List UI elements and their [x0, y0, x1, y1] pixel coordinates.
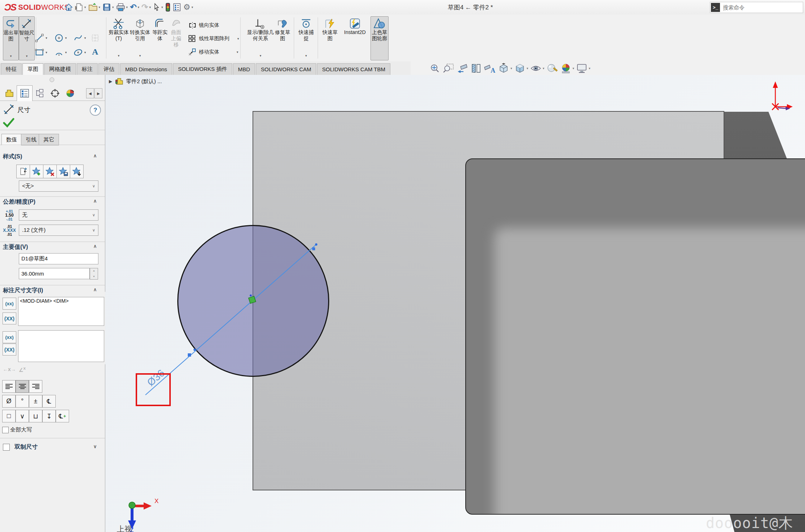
primary-value-collapse-chevron-icon[interactable]: ∧	[93, 243, 97, 249]
mirror-entities-button[interactable]: 镜向实体	[188, 21, 219, 30]
exit-sketch-button[interactable]: 退出草图 ▾	[3, 16, 19, 60]
redo-button[interactable]: ↷ ▾	[141, 3, 151, 11]
command-search-box[interactable]: >_	[710, 2, 803, 13]
degree-symbol-button[interactable]: °	[16, 395, 29, 408]
convert-dropdown-arrow-icon[interactable]: ▾	[139, 53, 141, 59]
rectangle-tool-button[interactable]	[35, 48, 44, 57]
apply-scene-dropdown-arrow-icon[interactable]: ▾	[573, 67, 575, 70]
line-tool-button[interactable]	[35, 33, 44, 43]
tolerance-type-select[interactable]: 无 ∨	[19, 209, 98, 221]
linear-sketch-pattern-button[interactable]: 线性草图阵列 ▾	[188, 34, 239, 43]
redo-dropdown-arrow-icon[interactable]: ▾	[149, 5, 151, 9]
dimension-value-field[interactable]	[19, 268, 90, 279]
counterbore-symbol-button[interactable]: ⊔	[29, 410, 42, 422]
quick-snaps-dropdown-arrow-icon[interactable]: ▾	[305, 53, 307, 59]
spline-dropdown-arrow-icon[interactable]: ▾	[84, 36, 86, 40]
tab-solidworks-cam-tbm[interactable]: SOLIDWORKS CAM TBM	[317, 63, 390, 75]
square-symbol-button[interactable]: □	[2, 410, 16, 422]
new-document-dropdown-arrow-icon[interactable]: ▾	[84, 5, 86, 9]
tab-mbd-dimensions[interactable]: MBD Dimensions	[120, 63, 172, 75]
zoom-to-area-button[interactable]	[442, 63, 455, 74]
rebuild-button[interactable]	[165, 3, 170, 12]
leader-handle-bottom[interactable]	[188, 353, 191, 357]
add-parenthesis-button[interactable]: (xx)	[3, 298, 16, 310]
view-orientation-button[interactable]: ▾	[497, 63, 512, 74]
linear-pattern-dropdown-arrow-icon[interactable]: ▾	[237, 37, 239, 41]
property-manager-tab[interactable]	[17, 85, 33, 101]
plus-minus-symbol-button[interactable]: ±	[29, 395, 42, 408]
arc-tool-button[interactable]	[54, 48, 64, 57]
previous-view-button[interactable]	[456, 63, 469, 74]
dual-dimension-expand-chevron-icon[interactable]: ∨	[93, 444, 97, 449]
instant2d-button[interactable]: Instant2D	[341, 16, 369, 60]
save-dropdown-arrow-icon[interactable]: ▾	[112, 5, 114, 9]
feature-tree-flyout[interactable]: ▶ 零件2 (默认) ...	[109, 77, 162, 85]
undo-dropdown-arrow-icon[interactable]: ▾	[138, 5, 140, 9]
leader-handle-top[interactable]	[312, 247, 315, 250]
display-style-button[interactable]: ▾	[514, 63, 529, 74]
dimension-text-area[interactable]: <MOD-DIAM> <DIM>	[18, 297, 104, 326]
trim-dropdown-arrow-icon[interactable]: ▾	[118, 53, 120, 59]
tab-evaluate[interactable]: 评估	[98, 63, 119, 75]
print-button[interactable]: ▾	[116, 3, 128, 12]
primary-value-section-header[interactable]: 主要值(V)	[3, 243, 28, 251]
annotation-views-button[interactable]: A	[484, 63, 496, 74]
display-style-dropdown-arrow-icon[interactable]: ▾	[527, 67, 529, 70]
add-style-button[interactable]	[30, 165, 43, 178]
view-settings-dropdown-arrow-icon[interactable]: ▾	[589, 67, 590, 70]
offset-entities-button[interactable]: 等距实体	[152, 16, 168, 60]
align-left-button[interactable]	[2, 380, 16, 393]
quick-snaps-button[interactable]: 快速捕捉 ▾	[297, 16, 315, 60]
leader-endpoint-dot[interactable]	[315, 243, 317, 246]
view-orientation-dropdown-arrow-icon[interactable]: ▾	[510, 67, 512, 70]
smart-dimension-button[interactable]: 智能尺寸 ▾	[19, 16, 35, 60]
depth-symbol-button[interactable]: ↧	[42, 410, 56, 422]
sketch-text-button[interactable]: A	[90, 47, 100, 56]
tab-features[interactable]: 特征	[1, 63, 22, 75]
apply-scene-button[interactable]: ▾	[560, 63, 575, 74]
tab-scroll-left-button[interactable]: ◀	[86, 88, 94, 98]
tree-expand-arrow-icon[interactable]: ▶	[109, 79, 112, 84]
secondary-dimension-text-area[interactable]	[18, 330, 104, 362]
ok-check-button[interactable]	[3, 118, 14, 128]
dimension-text-collapse-chevron-icon[interactable]: ∧	[93, 287, 97, 292]
repair-sketch-button[interactable]: 修复草图	[273, 16, 292, 60]
print-dropdown-arrow-icon[interactable]: ▾	[126, 5, 128, 9]
leader-midpoint-dot[interactable]	[194, 349, 196, 351]
graphics-viewport[interactable]: Ø36 X Z 上视	[105, 75, 805, 532]
tab-solidworks-addins[interactable]: SOLIDWORKS 插件	[173, 63, 232, 75]
options-dropdown-arrow-icon[interactable]: ▾	[191, 5, 193, 9]
configuration-manager-tab[interactable]	[32, 85, 48, 101]
spline-tool-button[interactable]	[73, 33, 83, 43]
circle-dropdown-arrow-icon[interactable]: ▾	[65, 36, 67, 40]
style-section-header[interactable]: 样式(S)	[3, 153, 22, 161]
open-dropdown-arrow-icon[interactable]: ▾	[99, 5, 101, 9]
line-dropdown-arrow-icon[interactable]: ▾	[46, 36, 47, 40]
zoom-to-fit-button[interactable]	[429, 63, 441, 74]
trim-entities-button[interactable]: 剪裁实体(T) ▾	[109, 16, 129, 60]
inspection-dimension-button-2[interactable]: (XX)	[3, 344, 16, 356]
shaded-sketch-contours-button[interactable]: 上色草图轮廓	[370, 16, 389, 60]
move-entities-dropdown-arrow-icon[interactable]: ▾	[237, 50, 238, 54]
style-collapse-chevron-icon[interactable]: ∧	[93, 153, 97, 158]
all-caps-checkbox[interactable]	[2, 427, 9, 433]
inspection-dimension-button[interactable]: (XX)	[3, 312, 16, 324]
circle-tool-button[interactable]	[54, 33, 64, 43]
display-manager-tab[interactable]	[62, 85, 78, 101]
center-point-dot[interactable]	[250, 294, 252, 297]
display-delete-relations-button[interactable]: 显示/删除几何关系 ▾	[245, 16, 276, 60]
tab-sketch[interactable]: 草图	[22, 63, 43, 75]
rectangle-dropdown-arrow-icon[interactable]: ▾	[46, 51, 47, 54]
dimension-value-spinner[interactable]: ˄ ˅	[90, 268, 98, 280]
precision-select[interactable]: .12 (文件) ∨	[19, 225, 98, 236]
relations-dropdown-arrow-icon[interactable]: ▾	[260, 53, 262, 59]
edit-appearance-button[interactable]	[546, 63, 558, 74]
open-button[interactable]: ▾	[88, 3, 101, 12]
hide-show-items-button[interactable]: ▾	[530, 63, 545, 74]
home-button[interactable]	[64, 3, 73, 12]
load-style-button[interactable]	[70, 165, 84, 178]
align-right-button[interactable]	[29, 380, 42, 393]
coincident-relation-marker[interactable]	[249, 296, 256, 303]
rapid-sketch-button[interactable]: 快速草图	[321, 16, 339, 60]
convert-entities-button[interactable]: 转换实体引用 ▾	[130, 16, 151, 60]
